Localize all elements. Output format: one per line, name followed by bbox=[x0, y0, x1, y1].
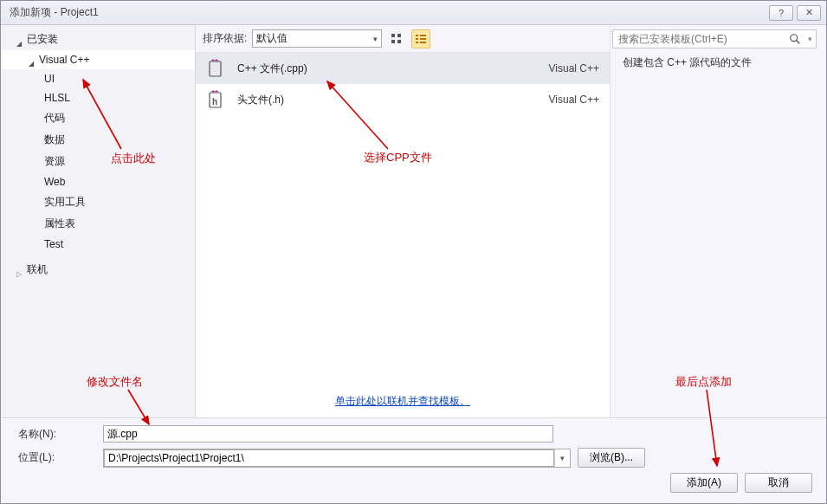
tree-label: Visual C++ bbox=[39, 54, 89, 66]
tree-label: 资源 bbox=[44, 154, 65, 169]
tree-item-props[interactable]: 属性表 bbox=[1, 213, 195, 235]
tree-installed[interactable]: 已安装 bbox=[1, 29, 195, 50]
sort-value: 默认值 bbox=[256, 31, 288, 46]
online-templates-link[interactable]: 单击此处以联机并查找模板。 bbox=[335, 395, 470, 407]
location-label: 位置(L): bbox=[18, 450, 96, 465]
tree-label: 已安装 bbox=[27, 32, 58, 47]
tree-item-utility[interactable]: 实用工具 bbox=[1, 191, 195, 213]
titlebar-controls: ? ✕ bbox=[766, 5, 821, 21]
template-list: ++ C++ 文件(.cpp) Visual C++ h++ 头文件(.h) V… bbox=[196, 53, 610, 389]
tree-label: UI bbox=[44, 73, 55, 85]
search-input[interactable] bbox=[613, 30, 785, 48]
template-description: 创建包含 C++ 源代码的文件 bbox=[623, 55, 814, 70]
cpp-file-icon: ++ bbox=[206, 59, 225, 78]
tree-item-resource[interactable]: 资源 bbox=[1, 151, 195, 172]
svg-rect-8 bbox=[416, 38, 418, 40]
chevron-down-icon[interactable]: ▾ bbox=[554, 449, 570, 467]
svg-text:++: ++ bbox=[211, 59, 218, 63]
svg-text:h: h bbox=[212, 97, 217, 107]
tree-item-code[interactable]: 代码 bbox=[1, 107, 195, 129]
svg-rect-10 bbox=[416, 42, 418, 43]
close-button[interactable]: ✕ bbox=[797, 5, 821, 21]
name-label: 名称(N): bbox=[18, 427, 96, 442]
tree-label: 代码 bbox=[44, 111, 65, 126]
tree-item-hlsl[interactable]: HLSL bbox=[1, 88, 195, 107]
svg-rect-7 bbox=[420, 35, 426, 36]
tree-label: Web bbox=[44, 176, 65, 188]
svg-line-1 bbox=[797, 41, 800, 44]
add-button[interactable]: 添加(A) bbox=[670, 473, 738, 493]
window-title: 添加新项 - Project1 bbox=[10, 5, 99, 20]
tree-visual-cpp[interactable]: Visual C++ bbox=[1, 50, 195, 69]
template-lang: Visual C++ bbox=[549, 94, 599, 106]
bottom-form: 名称(N): 位置(L): ▾ 浏览(B)... 添加(A) 取消 bbox=[1, 417, 826, 503]
view-list-button[interactable] bbox=[411, 29, 430, 48]
location-combo[interactable]: ▾ bbox=[103, 449, 571, 468]
browse-button[interactable]: 浏览(B)... bbox=[578, 448, 645, 468]
svg-rect-3 bbox=[397, 34, 401, 37]
name-input[interactable] bbox=[103, 425, 553, 443]
chevron-right-icon bbox=[16, 267, 23, 274]
tree-item-test[interactable]: Test bbox=[1, 235, 195, 254]
tree-item-ui[interactable]: UI bbox=[1, 69, 195, 88]
template-name: 头文件(.h) bbox=[237, 93, 537, 107]
template-name: C++ 文件(.cpp) bbox=[237, 61, 537, 76]
category-tree: 已安装 Visual C++ UI HLSL 代码 数据 资源 Web 实用工具… bbox=[1, 25, 196, 417]
online-templates-link-row: 单击此处以联机并查找模板。 bbox=[196, 389, 610, 417]
help-button[interactable]: ? bbox=[769, 5, 793, 21]
svg-point-0 bbox=[791, 35, 798, 42]
tree-label: 联机 bbox=[27, 262, 48, 277]
search-icon[interactable] bbox=[785, 29, 804, 48]
tree-online[interactable]: 联机 bbox=[1, 259, 195, 281]
svg-rect-9 bbox=[420, 38, 426, 40]
svg-rect-11 bbox=[420, 42, 426, 43]
tree-item-web[interactable]: Web bbox=[1, 172, 195, 191]
add-new-item-dialog: 添加新项 - Project1 ? ✕ ▾ 已安装 Visual C++ UI bbox=[0, 0, 827, 504]
sort-dropdown[interactable]: 默认值 ▾ bbox=[252, 29, 382, 48]
svg-rect-12 bbox=[210, 61, 221, 76]
tree-item-data[interactable]: 数据 bbox=[1, 129, 195, 151]
tree-label: HLSL bbox=[44, 92, 70, 104]
svg-text:++: ++ bbox=[211, 90, 218, 94]
view-small-icons-button[interactable] bbox=[387, 29, 406, 48]
svg-rect-6 bbox=[416, 35, 418, 36]
tree-label: 数据 bbox=[44, 132, 65, 147]
tree-label: 实用工具 bbox=[44, 195, 86, 210]
header-file-icon: h++ bbox=[206, 90, 225, 109]
search-box[interactable]: ▾ bbox=[612, 29, 817, 48]
template-cpp-file[interactable]: ++ C++ 文件(.cpp) Visual C++ bbox=[196, 53, 610, 84]
chevron-down-icon bbox=[29, 56, 36, 63]
svg-rect-5 bbox=[397, 40, 401, 43]
cancel-button[interactable]: 取消 bbox=[745, 473, 812, 493]
template-header-file[interactable]: h++ 头文件(.h) Visual C++ bbox=[196, 84, 610, 115]
details-panel: 类型: Visual C++ 创建包含 C++ 源代码的文件 bbox=[610, 25, 826, 417]
chevron-down-icon: ▾ bbox=[373, 35, 381, 43]
svg-rect-4 bbox=[391, 40, 395, 43]
search-dropdown-icon[interactable]: ▾ bbox=[804, 35, 816, 43]
center-panel: 排序依据: 默认值 ▾ ++ bbox=[196, 25, 610, 417]
tree-label: 属性表 bbox=[44, 216, 75, 231]
tree-label: Test bbox=[44, 238, 63, 250]
titlebar: 添加新项 - Project1 ? ✕ bbox=[1, 1, 826, 25]
sort-label: 排序依据: bbox=[203, 31, 247, 46]
svg-rect-2 bbox=[391, 34, 395, 37]
template-lang: Visual C++ bbox=[549, 62, 599, 74]
chevron-down-icon bbox=[16, 36, 23, 43]
location-input[interactable] bbox=[104, 449, 554, 467]
sort-toolbar: 排序依据: 默认值 ▾ bbox=[196, 25, 610, 53]
